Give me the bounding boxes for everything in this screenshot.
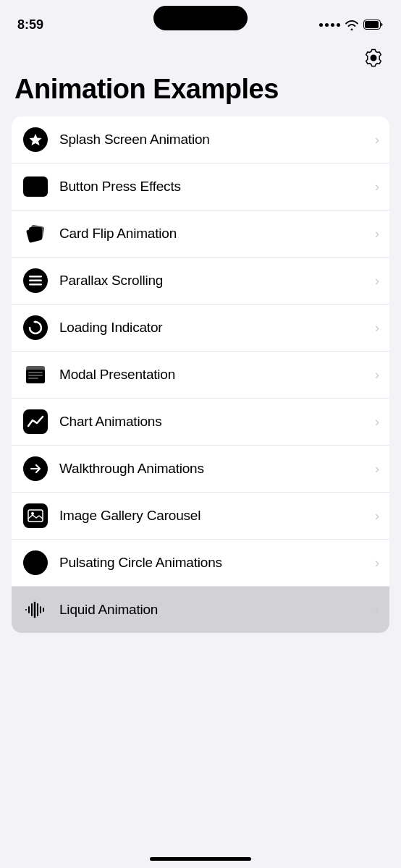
button-press-label: Button Press Effects bbox=[59, 179, 369, 195]
settings-button[interactable] bbox=[360, 45, 387, 71]
page-title: Animation Examples bbox=[0, 71, 401, 116]
pulsating-icon bbox=[22, 549, 49, 576]
gallery-label: Image Gallery Carousel bbox=[59, 508, 369, 524]
list-item-button-press[interactable]: Button Press Effects › bbox=[12, 163, 389, 210]
svg-rect-8 bbox=[29, 284, 42, 286]
list-item-gallery[interactable]: Image Gallery Carousel › bbox=[12, 493, 389, 540]
list-item-liquid[interactable]: Liquid Animation › bbox=[12, 587, 389, 633]
chevron-icon: › bbox=[375, 273, 379, 289]
chevron-icon: › bbox=[375, 509, 379, 524]
svg-rect-7 bbox=[29, 280, 42, 282]
status-bar: 8:59 bbox=[0, 0, 401, 39]
parallax-icon bbox=[22, 267, 49, 294]
chevron-icon: › bbox=[375, 461, 379, 477]
pulsating-label: Pulsating Circle Animations bbox=[59, 555, 369, 571]
splash-icon bbox=[22, 126, 49, 153]
home-indicator bbox=[150, 857, 251, 861]
liquid-icon bbox=[22, 596, 49, 624]
list-item-loading[interactable]: Loading Indicator › bbox=[12, 305, 389, 352]
list-item-splash[interactable]: Splash Screen Animation › bbox=[12, 116, 389, 163]
card-flip-label: Card Flip Animation bbox=[59, 226, 369, 242]
dynamic-island bbox=[153, 6, 248, 30]
parallax-label: Parallax Scrolling bbox=[59, 273, 369, 289]
chart-label: Chart Animations bbox=[59, 414, 369, 430]
svg-rect-14 bbox=[28, 375, 43, 376]
svg-marker-9 bbox=[33, 320, 35, 323]
chevron-icon: › bbox=[375, 320, 379, 336]
chevron-icon: › bbox=[375, 179, 379, 195]
svg-rect-15 bbox=[28, 378, 38, 379]
card-flip-icon bbox=[22, 220, 49, 247]
chevron-icon: › bbox=[375, 556, 379, 571]
svg-rect-6 bbox=[29, 276, 42, 278]
svg-rect-5 bbox=[29, 227, 42, 240]
status-time: 8:59 bbox=[17, 17, 43, 33]
liquid-label: Liquid Animation bbox=[59, 602, 369, 618]
list-item-modal[interactable]: Modal Presentation › bbox=[12, 352, 389, 399]
walkthrough-label: Walkthrough Animations bbox=[59, 461, 369, 477]
list-item-card-flip[interactable]: Card Flip Animation › bbox=[12, 210, 389, 258]
svg-rect-1 bbox=[365, 21, 379, 28]
chevron-icon: › bbox=[375, 132, 379, 148]
svg-rect-16 bbox=[28, 510, 43, 522]
modal-label: Modal Presentation bbox=[59, 367, 369, 383]
loading-label: Loading Indicator bbox=[59, 320, 369, 336]
menu-list: Splash Screen Animation › Button Press E… bbox=[12, 116, 389, 633]
list-item-chart[interactable]: Chart Animations › bbox=[12, 399, 389, 446]
battery-icon bbox=[363, 20, 384, 30]
list-item-pulsating[interactable]: Pulsating Circle Animations › bbox=[12, 540, 389, 587]
signal-icon bbox=[319, 23, 340, 27]
loading-icon bbox=[22, 314, 49, 341]
button-press-icon bbox=[22, 173, 49, 200]
list-item-walkthrough[interactable]: Walkthrough Animations › bbox=[12, 446, 389, 493]
modal-icon bbox=[22, 361, 49, 388]
svg-rect-12 bbox=[26, 370, 45, 383]
status-icons bbox=[319, 20, 384, 30]
gallery-icon bbox=[22, 502, 49, 529]
chevron-icon: › bbox=[375, 367, 379, 383]
splash-label: Splash Screen Animation bbox=[59, 132, 369, 148]
chevron-icon: › bbox=[375, 414, 379, 430]
chevron-icon: › bbox=[375, 603, 379, 618]
svg-rect-13 bbox=[28, 372, 43, 373]
list-item-parallax[interactable]: Parallax Scrolling › bbox=[12, 258, 389, 305]
wifi-icon bbox=[345, 20, 359, 30]
gear-container bbox=[0, 39, 401, 71]
chevron-icon: › bbox=[375, 226, 379, 242]
chart-icon bbox=[22, 408, 49, 435]
svg-marker-2 bbox=[30, 134, 42, 145]
walkthrough-icon bbox=[22, 455, 49, 482]
